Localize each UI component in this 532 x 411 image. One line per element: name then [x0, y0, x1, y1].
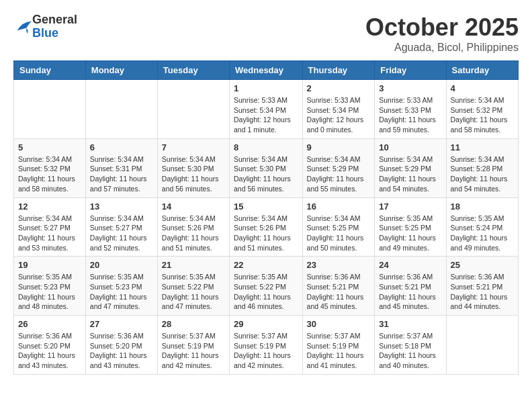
- day-info: Sunrise: 5:34 AM Sunset: 5:27 PM Dayligh…: [90, 214, 153, 253]
- calendar-table: SundayMondayTuesdayWednesdayThursdayFrid…: [13, 60, 519, 375]
- day-number: 30: [307, 319, 371, 329]
- day-info: Sunrise: 5:35 AM Sunset: 5:22 PM Dayligh…: [234, 272, 298, 312]
- logo-text: General Blue: [32, 13, 77, 40]
- weekday-header-sunday: Sunday: [14, 61, 86, 80]
- calendar-cell: 4Sunrise: 5:34 AM Sunset: 5:32 PM Daylig…: [446, 80, 518, 139]
- logo: General Blue: [13, 13, 77, 40]
- weekday-header-saturday: Saturday: [446, 61, 518, 80]
- calendar-cell: 13Sunrise: 5:34 AM Sunset: 5:27 PM Dayli…: [85, 197, 157, 257]
- day-info: Sunrise: 5:36 AM Sunset: 5:20 PM Dayligh…: [90, 331, 153, 371]
- day-number: 21: [162, 260, 225, 270]
- calendar-cell: 21Sunrise: 5:35 AM Sunset: 5:22 PM Dayli…: [157, 257, 229, 316]
- day-info: Sunrise: 5:35 AM Sunset: 5:23 PM Dayligh…: [90, 272, 153, 312]
- day-info: Sunrise: 5:37 AM Sunset: 5:19 PM Dayligh…: [162, 331, 225, 371]
- calendar-cell: 31Sunrise: 5:37 AM Sunset: 5:18 PM Dayli…: [375, 316, 446, 375]
- calendar-cell: [157, 80, 229, 139]
- calendar-cell: 18Sunrise: 5:35 AM Sunset: 5:24 PM Dayli…: [446, 197, 518, 257]
- calendar-cell: 23Sunrise: 5:36 AM Sunset: 5:21 PM Dayli…: [302, 257, 375, 316]
- calendar-cell: 29Sunrise: 5:37 AM Sunset: 5:19 PM Dayli…: [230, 316, 303, 375]
- day-info: Sunrise: 5:37 AM Sunset: 5:19 PM Dayligh…: [234, 331, 298, 371]
- calendar-cell: 24Sunrise: 5:36 AM Sunset: 5:21 PM Dayli…: [375, 257, 446, 316]
- day-number: 20: [90, 260, 153, 270]
- calendar-cell: 10Sunrise: 5:34 AM Sunset: 5:29 PM Dayli…: [375, 138, 446, 197]
- day-number: 31: [379, 319, 441, 329]
- day-number: 12: [18, 201, 81, 212]
- day-number: 29: [234, 319, 298, 329]
- calendar-cell: 11Sunrise: 5:34 AM Sunset: 5:28 PM Dayli…: [446, 138, 518, 197]
- calendar-cell: [14, 80, 86, 139]
- day-info: Sunrise: 5:34 AM Sunset: 5:30 PM Dayligh…: [234, 154, 298, 194]
- calendar-cell: 2Sunrise: 5:33 AM Sunset: 5:34 PM Daylig…: [302, 80, 375, 139]
- calendar-cell: 6Sunrise: 5:34 AM Sunset: 5:31 PM Daylig…: [85, 138, 157, 197]
- day-number: 7: [162, 142, 225, 152]
- day-info: Sunrise: 5:34 AM Sunset: 5:29 PM Dayligh…: [379, 154, 441, 194]
- day-number: 16: [307, 201, 371, 212]
- day-info: Sunrise: 5:35 AM Sunset: 5:25 PM Dayligh…: [379, 214, 441, 253]
- month-title: October 2025: [365, 13, 519, 42]
- calendar-cell: 30Sunrise: 5:37 AM Sunset: 5:19 PM Dayli…: [302, 316, 375, 375]
- calendar-week-2: 5Sunrise: 5:34 AM Sunset: 5:32 PM Daylig…: [14, 138, 519, 197]
- calendar-cell: 14Sunrise: 5:34 AM Sunset: 5:26 PM Dayli…: [157, 197, 229, 257]
- day-number: 6: [90, 142, 153, 152]
- day-number: 3: [379, 83, 441, 93]
- weekday-header-tuesday: Tuesday: [157, 61, 229, 80]
- day-number: 1: [234, 83, 298, 93]
- day-number: 24: [379, 260, 441, 270]
- day-number: 26: [18, 319, 81, 329]
- calendar-cell: 28Sunrise: 5:37 AM Sunset: 5:19 PM Dayli…: [157, 316, 229, 375]
- day-info: Sunrise: 5:36 AM Sunset: 5:21 PM Dayligh…: [307, 272, 371, 312]
- calendar-cell: 1Sunrise: 5:33 AM Sunset: 5:34 PM Daylig…: [230, 80, 303, 139]
- calendar-cell: 5Sunrise: 5:34 AM Sunset: 5:32 PM Daylig…: [14, 138, 86, 197]
- calendar-cell: 17Sunrise: 5:35 AM Sunset: 5:25 PM Dayli…: [375, 197, 446, 257]
- calendar-week-4: 19Sunrise: 5:35 AM Sunset: 5:23 PM Dayli…: [14, 257, 519, 316]
- day-number: 17: [379, 201, 441, 212]
- day-info: Sunrise: 5:36 AM Sunset: 5:21 PM Dayligh…: [379, 272, 441, 312]
- calendar-cell: 25Sunrise: 5:36 AM Sunset: 5:21 PM Dayli…: [446, 257, 518, 316]
- day-info: Sunrise: 5:34 AM Sunset: 5:32 PM Dayligh…: [451, 95, 514, 135]
- day-info: Sunrise: 5:35 AM Sunset: 5:24 PM Dayligh…: [451, 214, 514, 253]
- day-number: 25: [451, 260, 514, 270]
- day-number: 15: [234, 201, 298, 212]
- day-number: 22: [234, 260, 298, 270]
- calendar-cell: [446, 316, 518, 375]
- day-info: Sunrise: 5:34 AM Sunset: 5:30 PM Dayligh…: [162, 154, 225, 194]
- day-number: 9: [307, 142, 371, 152]
- weekday-header-thursday: Thursday: [302, 61, 375, 80]
- day-number: 8: [234, 142, 298, 152]
- day-info: Sunrise: 5:34 AM Sunset: 5:32 PM Dayligh…: [18, 154, 81, 194]
- location: Aguada, Bicol, Philippines: [365, 42, 519, 54]
- calendar-week-3: 12Sunrise: 5:34 AM Sunset: 5:27 PM Dayli…: [14, 197, 519, 257]
- logo-bird-icon: [13, 17, 32, 36]
- day-number: 4: [451, 83, 514, 93]
- day-number: 28: [162, 319, 225, 329]
- day-info: Sunrise: 5:34 AM Sunset: 5:25 PM Dayligh…: [307, 214, 371, 253]
- calendar-cell: 16Sunrise: 5:34 AM Sunset: 5:25 PM Dayli…: [302, 197, 375, 257]
- day-info: Sunrise: 5:36 AM Sunset: 5:20 PM Dayligh…: [18, 331, 81, 371]
- day-number: 13: [90, 201, 153, 212]
- day-info: Sunrise: 5:34 AM Sunset: 5:26 PM Dayligh…: [162, 214, 225, 253]
- weekday-header-wednesday: Wednesday: [230, 61, 303, 80]
- logo-blue: Blue: [32, 27, 77, 40]
- title-block: October 2025 Aguada, Bicol, Philippines: [365, 13, 519, 54]
- day-info: Sunrise: 5:34 AM Sunset: 5:26 PM Dayligh…: [234, 214, 298, 253]
- calendar-cell: [85, 80, 157, 139]
- calendar-cell: 27Sunrise: 5:36 AM Sunset: 5:20 PM Dayli…: [85, 316, 157, 375]
- calendar-cell: 19Sunrise: 5:35 AM Sunset: 5:23 PM Dayli…: [14, 257, 86, 316]
- calendar-week-1: 1Sunrise: 5:33 AM Sunset: 5:34 PM Daylig…: [14, 80, 519, 139]
- day-number: 23: [307, 260, 371, 270]
- day-info: Sunrise: 5:37 AM Sunset: 5:19 PM Dayligh…: [307, 331, 371, 371]
- day-info: Sunrise: 5:33 AM Sunset: 5:34 PM Dayligh…: [307, 95, 371, 135]
- day-number: 19: [18, 260, 81, 270]
- calendar-cell: 15Sunrise: 5:34 AM Sunset: 5:26 PM Dayli…: [230, 197, 303, 257]
- day-info: Sunrise: 5:33 AM Sunset: 5:34 PM Dayligh…: [234, 95, 298, 135]
- calendar-cell: 3Sunrise: 5:33 AM Sunset: 5:33 PM Daylig…: [375, 80, 446, 139]
- weekday-header-monday: Monday: [85, 61, 157, 80]
- day-info: Sunrise: 5:34 AM Sunset: 5:28 PM Dayligh…: [451, 154, 514, 194]
- day-number: 5: [18, 142, 81, 152]
- logo-general: General: [32, 13, 77, 27]
- day-info: Sunrise: 5:36 AM Sunset: 5:21 PM Dayligh…: [451, 272, 514, 312]
- calendar-cell: 26Sunrise: 5:36 AM Sunset: 5:20 PM Dayli…: [14, 316, 86, 375]
- day-number: 10: [379, 142, 441, 152]
- weekday-header-friday: Friday: [375, 61, 446, 80]
- weekday-header-row: SundayMondayTuesdayWednesdayThursdayFrid…: [14, 61, 519, 80]
